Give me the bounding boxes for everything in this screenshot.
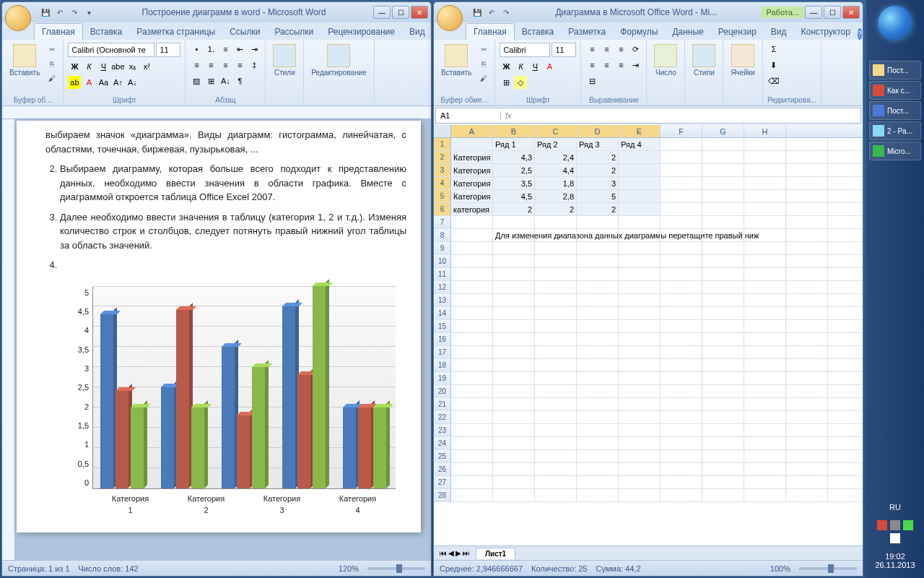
sheet-tab[interactable]: Лист1	[476, 548, 515, 559]
zoom-level[interactable]: 100%	[770, 564, 790, 573]
bold-button[interactable]: Ж	[68, 60, 81, 73]
cells-button[interactable]: Ячейки	[728, 43, 758, 78]
italic-button[interactable]: К	[82, 60, 95, 73]
tab-review[interactable]: Рецензирование	[321, 24, 402, 40]
maximize-button[interactable]: ☐	[824, 6, 841, 19]
list-item[interactable]: Выбираем диаграмму, которая больше всего…	[60, 162, 406, 204]
next-sheet-icon[interactable]: ▶	[456, 549, 461, 557]
paste-button[interactable]: Вставить	[6, 43, 43, 78]
justify-button[interactable]: ≡	[233, 59, 246, 72]
volume-icon[interactable]	[890, 520, 900, 530]
horizontal-ruler[interactable]	[2, 106, 431, 119]
save-icon[interactable]: 💾	[471, 7, 483, 18]
tab-layout[interactable]: Разметка	[561, 24, 613, 40]
show-marks-button[interactable]: ¶	[233, 74, 246, 87]
align-bottom-button[interactable]: ≡	[614, 43, 627, 56]
align-right-button[interactable]: ≡	[614, 59, 627, 72]
numbering-button[interactable]: 1.	[204, 43, 217, 56]
tab-insert[interactable]: Вставка	[515, 24, 562, 40]
font-color-button[interactable]: A	[82, 76, 95, 89]
highlight-button[interactable]: ab	[68, 76, 81, 89]
close-button[interactable]: ✕	[411, 6, 428, 19]
format-painter-icon[interactable]: 🖌	[477, 72, 490, 85]
underline-button[interactable]: Ч	[528, 60, 541, 73]
italic-button[interactable]: К	[514, 60, 527, 73]
number-format-button[interactable]: Число	[651, 43, 680, 78]
align-middle-button[interactable]: ≡	[600, 43, 613, 56]
copy-icon[interactable]: ⎘	[45, 57, 58, 70]
styles-button[interactable]: Стили	[270, 43, 299, 78]
cut-icon[interactable]: ✂	[45, 43, 58, 56]
taskbar-item[interactable]: Пост...	[869, 61, 921, 79]
list-item[interactable]: выбираем значок «диаграмма». Виды диагра…	[45, 128, 406, 156]
undo-icon[interactable]: ↶	[54, 7, 66, 18]
minimize-button[interactable]: —	[373, 6, 391, 19]
undo-icon[interactable]: ↶	[486, 7, 497, 18]
tab-data[interactable]: Данные	[665, 24, 710, 40]
align-center-button[interactable]: ≡	[600, 59, 613, 72]
align-left-button[interactable]: ≡	[190, 59, 203, 72]
network-icon[interactable]	[903, 520, 913, 530]
excel-titlebar[interactable]: 💾 ↶ ↷ Диаграмма в Microsoft Office Word …	[434, 2, 863, 22]
paste-button[interactable]: Вставить	[438, 43, 474, 78]
first-sheet-icon[interactable]: ⏮	[440, 549, 447, 557]
tab-home[interactable]: Главная	[34, 23, 83, 40]
language-indicator[interactable]: RU	[866, 503, 924, 512]
taskbar-item[interactable]: Как с...	[869, 81, 921, 100]
tab-insert[interactable]: Вставка	[83, 24, 130, 40]
taskbar-item[interactable]: Пост...	[869, 101, 921, 120]
office-button[interactable]	[437, 5, 463, 31]
tab-formulas[interactable]: Формулы	[613, 24, 665, 40]
clear-button[interactable]: ⌫	[767, 74, 780, 87]
document-page[interactable]: выбираем значок «диаграмма». Виды диагра…	[17, 121, 421, 532]
col-header[interactable]: B	[493, 125, 535, 137]
tab-mailings[interactable]: Рассылки	[267, 24, 321, 40]
bullets-button[interactable]: •	[190, 43, 203, 56]
grow-font-button[interactable]: A↑	[111, 76, 124, 89]
tab-layout[interactable]: Разметка страницы	[129, 24, 222, 40]
maximize-button[interactable]: ☐	[392, 6, 409, 19]
tab-home[interactable]: Главная	[466, 23, 515, 40]
copy-icon[interactable]: ⎘	[477, 57, 490, 70]
zoom-slider[interactable]	[367, 567, 425, 570]
fill-color-button[interactable]: ◇	[514, 76, 527, 89]
indent-button[interactable]: ⇥	[629, 59, 642, 72]
list-item[interactable]	[60, 258, 406, 272]
list-item[interactable]: Далее необходимо ввести значения в табли…	[60, 210, 406, 253]
prev-sheet-icon[interactable]: ◀	[448, 549, 454, 557]
qat-more-icon[interactable]: ▾	[83, 7, 95, 18]
clock[interactable]: 19:02 26.11.2013	[866, 546, 924, 578]
page-indicator[interactable]: Страница: 1 из 1	[8, 564, 70, 573]
indent-left-button[interactable]: ⇤	[233, 43, 246, 56]
grid-body[interactable]: 1Ряд 1Ряд 2Ряд 3Ряд 42Категория 14,32,42…	[434, 138, 863, 502]
borders-button[interactable]: ⊞	[500, 76, 513, 89]
align-center-button[interactable]: ≡	[204, 59, 217, 72]
word-titlebar[interactable]: 💾 ↶ ↷ ▾ Построение диаграмм в word - Mic…	[2, 2, 431, 22]
col-header[interactable]: C	[535, 125, 577, 137]
strike-button[interactable]: abe	[111, 60, 124, 73]
indent-right-button[interactable]: ⇥	[248, 43, 261, 56]
fx-icon[interactable]: fx	[501, 111, 516, 120]
multilevel-button[interactable]: ≡	[219, 43, 232, 56]
context-tab-chart-tools[interactable]: Работа...	[761, 7, 805, 18]
name-box[interactable]: A1	[436, 111, 501, 120]
superscript-button[interactable]: x²	[140, 60, 153, 73]
orientation-button[interactable]: ⟳	[629, 43, 642, 56]
close-button[interactable]: ✕	[842, 6, 860, 19]
redo-icon[interactable]: ↷	[500, 7, 512, 18]
borders-button[interactable]: ⊞	[204, 74, 217, 87]
underline-button[interactable]: Ч	[97, 60, 110, 73]
line-spacing-button[interactable]: ‡	[248, 59, 261, 72]
redo-icon[interactable]: ↷	[69, 7, 80, 18]
taskbar-item[interactable]: 2 - Pa...	[869, 121, 921, 140]
cut-icon[interactable]: ✂	[477, 43, 490, 56]
minimize-button[interactable]: —	[805, 6, 822, 19]
bold-button[interactable]: Ж	[500, 60, 513, 73]
tab-view[interactable]: Вид	[764, 24, 794, 40]
find-button[interactable]: Редактирование	[308, 43, 369, 78]
tab-review[interactable]: Рецензир	[711, 24, 764, 40]
align-right-button[interactable]: ≡	[219, 59, 232, 72]
format-painter-icon[interactable]: 🖌	[45, 72, 58, 85]
font-name-combo[interactable]: Calibri (Основной те	[68, 43, 154, 57]
autosum-button[interactable]: Σ	[767, 43, 780, 56]
